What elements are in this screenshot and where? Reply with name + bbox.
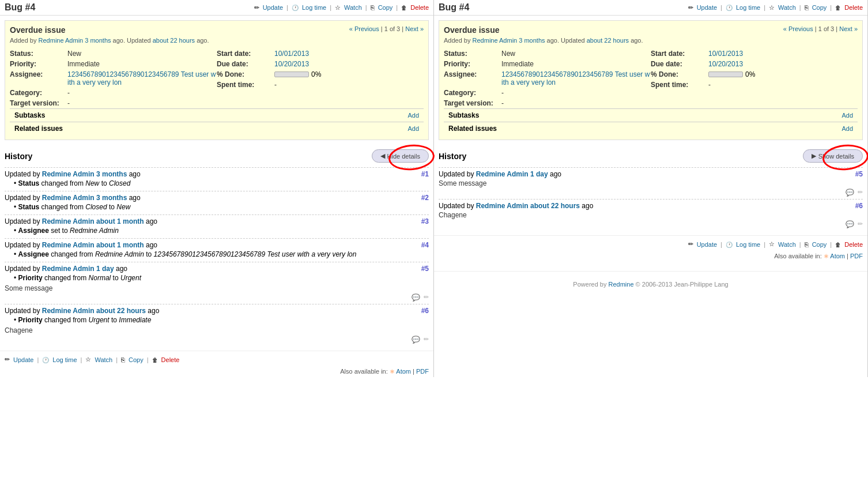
left-status-value: New [67, 50, 81, 58]
left-footer-delete-icon [152, 356, 158, 363]
left-next-link[interactable]: Next » [405, 25, 424, 32]
left-entry3-author[interactable]: Redmine Admin [42, 217, 95, 225]
right-page-header: Bug #4 Update | Log time | Watch | Copy … [434, 0, 867, 16]
left-page-title: Bug #4 [5, 2, 35, 13]
left-entry5-edit-icon[interactable] [424, 293, 429, 302]
right-footer-watch[interactable]: Watch [778, 241, 796, 248]
right-issue-title: Overdue issue [444, 25, 500, 35]
right-entry6-num: #6 [855, 202, 863, 210]
right-entry5-author[interactable]: Redmine Admin [476, 170, 529, 178]
left-category-row: Category: - [10, 88, 217, 98]
right-footer-logtime-icon [726, 241, 733, 248]
left-toggle-details-btn[interactable]: ◀ Hide details [372, 149, 429, 163]
left-entry4-author[interactable]: Redmine Admin [42, 241, 95, 249]
left-footer-copy[interactable]: Copy [129, 356, 144, 363]
right-history-entry-5: Updated by Redmine Admin 1 day ago #5 So… [439, 167, 863, 199]
right-duedate-row: Due date: 10/20/2013 [651, 59, 858, 69]
right-priority-value: Immediate [501, 60, 534, 68]
left-delete-link[interactable]: Delete [410, 4, 429, 11]
left-entry5-comment-icon[interactable] [412, 293, 420, 302]
left-copy-link[interactable]: Copy [378, 4, 393, 11]
right-related-label: Related issues [448, 125, 497, 133]
right-powered-redmine[interactable]: Redmine [609, 281, 634, 288]
left-progress-bg [274, 71, 309, 77]
left-entry2-change: • Status changed from Closed to New [5, 202, 429, 212]
left-meta-author[interactable]: Redmine Admin [39, 37, 84, 44]
left-assignee-value[interactable]: 12345678901234567890123456789 Test user … [67, 70, 217, 86]
right-entry6-comment-icon[interactable] [846, 220, 854, 228]
right-related-add[interactable]: Add [841, 125, 853, 132]
right-status-label: Status: [444, 50, 501, 58]
right-meta-author[interactable]: Redmine Admin [473, 37, 518, 44]
right-delete-link[interactable]: Delete [844, 4, 863, 11]
left-footer-also: Also available in: Atom | PDF [0, 368, 433, 377]
left-footer-logtime[interactable]: Log time [52, 356, 77, 363]
left-entry1-author[interactable]: Redmine Admin [42, 170, 95, 178]
left-watch-link[interactable]: Watch [344, 4, 362, 11]
right-entry6-edit-icon[interactable] [858, 220, 863, 228]
left-related-add[interactable]: Add [407, 125, 419, 132]
left-spenttime-row: Spent time: - [217, 80, 424, 90]
right-subtasks-add[interactable]: Add [841, 112, 853, 119]
right-entry5-num: #5 [855, 170, 863, 178]
right-pdf-link[interactable]: PDF [850, 253, 863, 259]
left-entry6-comment-icon[interactable] [412, 336, 420, 344]
left-update-link[interactable]: Update [263, 4, 283, 11]
left-history-entry-3: Updated by Redmine Admin about 1 month a… [5, 214, 429, 238]
right-entry5-edit-icon[interactable] [858, 189, 863, 197]
left-target-row: Target version: - [10, 98, 217, 108]
right-assignee-value[interactable]: 12345678901234567890123456789 Test user … [501, 70, 651, 86]
right-entry5-time: 1 day [530, 170, 548, 178]
left-atom-link[interactable]: Atom [396, 368, 411, 375]
left-category-label: Category: [10, 89, 67, 97]
right-watch-link[interactable]: Watch [778, 4, 796, 11]
right-logtime-icon [726, 4, 733, 11]
left-done-label: % Done: [217, 70, 274, 78]
left-logtime-link[interactable]: Log time [302, 4, 326, 11]
right-footer-copy[interactable]: Copy [812, 241, 827, 248]
left-priority-row: Priority: Immediate [10, 59, 217, 69]
right-header-actions: Update | Log time | Watch | Copy | Delet… [688, 4, 863, 12]
right-update-link[interactable]: Update [697, 4, 717, 11]
right-footer-pencil-icon [688, 240, 693, 248]
right-spenttime-label: Spent time: [651, 81, 708, 89]
left-entry2-author[interactable]: Redmine Admin [42, 194, 95, 202]
right-entry6-author[interactable]: Redmine Admin [476, 202, 529, 210]
right-copy-link[interactable]: Copy [812, 4, 827, 11]
left-entry5-author[interactable]: Redmine Admin [42, 265, 95, 273]
right-atom-icon [824, 253, 829, 259]
left-footer-watch[interactable]: Watch [95, 356, 112, 363]
right-entry6-comment: Chagene [439, 210, 863, 220]
left-footer-logtime-icon [42, 356, 49, 363]
left-category-value: - [67, 89, 70, 97]
left-footer-update[interactable]: Update [13, 356, 33, 363]
left-entry5-comment: Some message [5, 283, 429, 293]
left-footer-delete[interactable]: Delete [161, 356, 180, 363]
left-assignee-label: Assignee: [10, 70, 67, 78]
left-nav: « Previous | 1 of 3 | Next » [349, 25, 424, 32]
right-footer-logtime[interactable]: Log time [736, 241, 760, 248]
right-footer-update[interactable]: Update [697, 241, 717, 248]
left-subtasks-add[interactable]: Add [407, 112, 419, 119]
right-atom-link[interactable]: Atom [830, 253, 845, 259]
left-priority-value: Immediate [67, 60, 100, 68]
right-entry5-comment-icon[interactable] [846, 189, 854, 197]
right-startdate-value: 10/01/2013 [708, 50, 743, 58]
left-history-section: History ◀ Hide details Updated by Redmin… [0, 145, 433, 351]
left-history-header: History ◀ Hide details [5, 149, 429, 163]
left-prev-link[interactable]: « Previous [349, 25, 379, 32]
right-prev-link[interactable]: « Previous [783, 25, 813, 32]
right-footer-star-icon [769, 240, 775, 248]
right-category-label: Category: [444, 89, 501, 97]
right-history-section: History ▶ Show details Updated by Redmin… [434, 145, 867, 235]
left-entry6-edit-icon[interactable] [424, 336, 429, 344]
right-startdate-label: Start date: [651, 50, 708, 58]
right-toggle-details-btn[interactable]: ▶ Show details [803, 149, 863, 163]
left-entry5-actions [5, 293, 429, 302]
left-entry3-change: • Assignee set to Redmine Admin [5, 225, 429, 236]
left-entry6-author[interactable]: Redmine Admin [42, 307, 95, 315]
right-footer-delete[interactable]: Delete [844, 241, 863, 248]
right-next-link[interactable]: Next » [839, 25, 858, 32]
right-logtime-link[interactable]: Log time [736, 4, 760, 11]
left-pdf-link[interactable]: PDF [416, 368, 429, 375]
